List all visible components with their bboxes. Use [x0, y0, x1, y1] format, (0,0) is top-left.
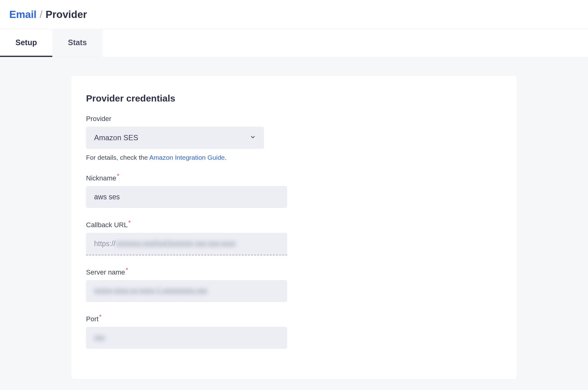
- page-header: Email / Provider: [0, 0, 588, 29]
- tab-stats[interactable]: Stats: [52, 29, 102, 57]
- provider-select-wrap: Amazon SES: [86, 127, 264, 149]
- server-name-input[interactable]: xxxxx-xxxx.xx-xxxx-1.xxxxxxxxx.xxx: [86, 280, 287, 302]
- server-name-field: Server name* xxxxx-xxxx.xx-xxxx-1.xxxxxx…: [86, 268, 502, 302]
- required-asterisk: *: [128, 219, 131, 226]
- helper-suffix: .: [225, 154, 227, 161]
- required-asterisk: *: [99, 313, 102, 320]
- server-name-obscured: xxxxx-xxxx.xx-xxxx-1.xxxxxxxxx.xxx: [94, 287, 207, 295]
- nickname-field: Nickname*: [86, 174, 502, 208]
- callback-url-obscured: xxxxxxx.xxx/xxx/xxxxxxx xxx-xxx-xxxx: [116, 240, 236, 248]
- required-asterisk: *: [117, 172, 119, 179]
- tabs: Setup Stats: [0, 29, 588, 57]
- callback-url-prefix: https://: [94, 240, 115, 248]
- nickname-input[interactable]: [86, 186, 287, 208]
- integration-guide-link[interactable]: Amazon Integration Guide: [149, 154, 225, 161]
- page-body: Provider credentials Provider Amazon SES…: [0, 57, 588, 390]
- tab-setup[interactable]: Setup: [0, 29, 52, 57]
- port-input[interactable]: xxx: [86, 327, 287, 349]
- provider-label: Provider: [86, 115, 502, 123]
- required-asterisk: *: [126, 266, 128, 273]
- breadcrumb: Email / Provider: [9, 9, 579, 20]
- port-obscured: xxx: [94, 334, 105, 342]
- provider-credentials-card: Provider credentials Provider Amazon SES…: [71, 76, 517, 379]
- breadcrumb-current: Provider: [45, 9, 87, 20]
- provider-field: Provider Amazon SES For details, check t…: [86, 115, 502, 161]
- breadcrumb-separator: /: [40, 9, 42, 20]
- callback-url-input[interactable]: https:// xxxxxxx.xxx/xxx/xxxxxxx xxx-xxx…: [86, 233, 287, 255]
- port-field: Port* xxx: [86, 315, 502, 349]
- helper-prefix: For details, check the: [86, 154, 149, 161]
- nickname-label: Nickname*: [86, 174, 502, 182]
- card-title: Provider credentials: [86, 93, 502, 104]
- breadcrumb-parent-link[interactable]: Email: [9, 9, 37, 20]
- provider-select[interactable]: Amazon SES: [86, 127, 264, 149]
- provider-helper-text: For details, check the Amazon Integratio…: [86, 154, 502, 161]
- server-name-label: Server name*: [86, 268, 502, 276]
- callback-url-field: Callback URL* https:// xxxxxxx.xxx/xxx/x…: [86, 221, 502, 255]
- callback-url-label: Callback URL*: [86, 221, 502, 229]
- port-label: Port*: [86, 315, 502, 323]
